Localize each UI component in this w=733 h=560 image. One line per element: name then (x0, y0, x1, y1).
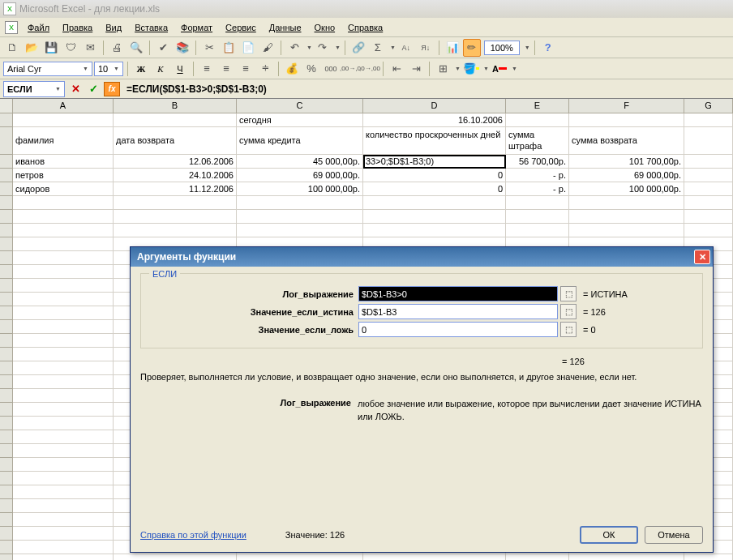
row-header[interactable] (0, 306, 13, 320)
cell[interactable] (13, 485, 114, 499)
cell[interactable] (569, 224, 684, 237)
help-link[interactable]: Справка по этой функции (140, 530, 246, 540)
cell[interactable] (363, 554, 506, 560)
open-button[interactable]: 📂 (23, 39, 41, 57)
cell[interactable] (13, 348, 114, 361)
row-header[interactable] (0, 458, 13, 472)
cell[interactable]: 0 (363, 182, 506, 196)
cell[interactable] (13, 554, 114, 560)
cell[interactable] (13, 334, 114, 348)
decrease-decimal-button[interactable]: ,0→,00 (361, 60, 379, 78)
align-center-button[interactable]: ≡ (217, 60, 235, 78)
hyperlink-button[interactable]: 🔗 (349, 39, 367, 57)
paste-button[interactable]: 📄 (239, 39, 257, 57)
cell[interactable] (684, 113, 733, 127)
arg2-input[interactable] (358, 304, 558, 319)
cell[interactable] (13, 541, 114, 554)
cell[interactable] (684, 224, 733, 237)
cell[interactable] (363, 196, 506, 210)
cell[interactable] (569, 210, 684, 224)
select-all-corner[interactable] (0, 99, 13, 113)
row-header[interactable] (0, 127, 13, 155)
row-header[interactable] (0, 513, 13, 527)
cell[interactable]: дата возврата (114, 127, 237, 155)
copy-button[interactable]: 📋 (220, 39, 238, 57)
cell[interactable] (13, 403, 114, 417)
row-header[interactable] (0, 182, 13, 196)
arg3-ref-button[interactable]: ⬚ (560, 322, 577, 337)
cell[interactable] (237, 554, 363, 560)
row-header[interactable] (0, 224, 13, 237)
autosum-dropdown[interactable]: ▼ (390, 45, 396, 50)
menu-view[interactable]: Вид (99, 20, 128, 35)
row-header[interactable] (0, 430, 13, 444)
cell[interactable] (114, 196, 237, 210)
cell[interactable] (684, 196, 733, 210)
spelling-button[interactable]: ✔ (154, 39, 172, 57)
cell[interactable]: сидоров (13, 182, 114, 196)
fontcolor-dropdown[interactable]: ▼ (512, 66, 517, 71)
cell[interactable] (114, 113, 237, 127)
row-header[interactable] (0, 293, 13, 306)
cell[interactable] (114, 210, 237, 224)
cancel-button[interactable]: Отмена (645, 526, 703, 544)
fill-color-button[interactable]: 🪣 (462, 60, 480, 78)
email-button[interactable]: ✉ (81, 39, 99, 57)
row-header[interactable] (0, 251, 13, 265)
row-header[interactable] (0, 403, 13, 417)
cell[interactable] (506, 210, 569, 224)
sort-asc-button[interactable]: A↓ (397, 39, 415, 57)
row-header[interactable] (0, 472, 13, 485)
arg1-ref-button[interactable]: ⬚ (560, 286, 577, 301)
zoom-dropdown[interactable]: ▼ (525, 45, 530, 50)
menu-tools[interactable]: Сервис (219, 20, 263, 35)
excel-icon[interactable]: X (5, 21, 18, 34)
undo-button[interactable]: ↶ (285, 39, 303, 57)
currency-button[interactable]: 💰 (283, 60, 301, 78)
row-header[interactable] (0, 375, 13, 389)
redo-button[interactable]: ↷ (314, 39, 332, 57)
underline-button[interactable]: Ч (171, 60, 189, 78)
dialog-close-button[interactable]: ✕ (694, 250, 710, 264)
cell[interactable]: 101 700,00р. (569, 155, 684, 169)
cell[interactable] (13, 279, 114, 293)
cell[interactable]: 56 700,00р. (506, 155, 569, 169)
cell[interactable] (684, 210, 733, 224)
cell[interactable] (684, 182, 733, 196)
dialog-titlebar[interactable]: Аргументы функции ✕ (131, 247, 713, 267)
cell[interactable] (13, 196, 114, 210)
cell[interactable] (13, 527, 114, 541)
italic-button[interactable]: К (152, 60, 169, 78)
cell[interactable] (684, 554, 733, 560)
cell[interactable]: 100 000,00р. (237, 182, 363, 196)
cell[interactable] (237, 196, 363, 210)
cell[interactable]: сумма кредита (237, 127, 363, 155)
cell[interactable] (13, 389, 114, 403)
col-header-f[interactable]: F (569, 99, 684, 113)
cell[interactable] (506, 113, 569, 127)
cell[interactable] (363, 224, 506, 237)
autosum-button[interactable]: Σ (369, 39, 387, 57)
col-header-a[interactable]: A (13, 99, 114, 113)
cell[interactable] (569, 113, 684, 127)
cell[interactable] (684, 155, 733, 169)
row-header[interactable] (0, 348, 13, 361)
cell[interactable] (569, 554, 684, 560)
ok-button[interactable]: ОК (580, 526, 638, 544)
cell[interactable]: 69 000,00р. (237, 169, 363, 182)
arg1-input[interactable] (358, 286, 558, 301)
row-header[interactable] (0, 361, 13, 375)
row-header[interactable] (0, 389, 13, 403)
chart-button[interactable]: 📊 (444, 39, 461, 57)
decrease-indent-button[interactable]: ⇤ (388, 60, 405, 78)
menu-edit[interactable]: Правка (56, 20, 99, 35)
name-box[interactable]: ЕСЛИ▼ (3, 81, 65, 97)
cell[interactable]: 16.10.2006 (363, 113, 506, 127)
col-header-g[interactable]: G (684, 99, 733, 113)
row-header[interactable] (0, 334, 13, 348)
cell[interactable] (13, 113, 114, 127)
cell[interactable] (114, 224, 237, 237)
cell[interactable] (13, 375, 114, 389)
cell[interactable] (13, 361, 114, 375)
menu-help[interactable]: Справка (341, 20, 389, 35)
